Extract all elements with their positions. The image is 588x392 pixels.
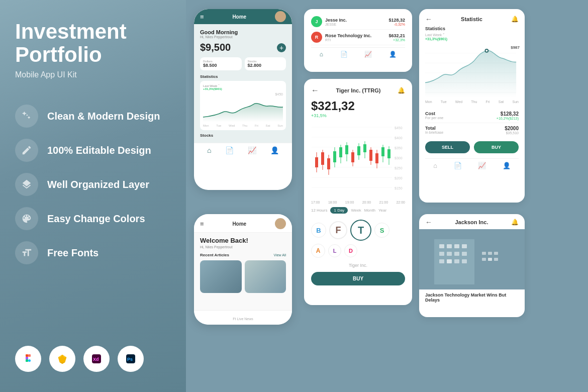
figma-icon [15, 346, 41, 372]
svg-point-4 [28, 359, 31, 362]
stat-chart-icon[interactable]: 📈 [478, 162, 486, 169]
svg-text:Ps: Ps [127, 357, 133, 362]
tiger-buy-btn[interactable]: BUY [311, 272, 405, 285]
svg-rect-29 [315, 157, 318, 167]
cost-sublabel: For per one [425, 116, 443, 120]
svg-rect-77 [482, 252, 486, 255]
phone2-user: Hi, Niles Peppertrout [200, 245, 286, 249]
ticker-b[interactable]: B [311, 223, 326, 238]
total-row: Total In briefcase $2000 $35,510 [425, 123, 519, 137]
stock-list-card: J Jesse Inc. JESSE $128,32 -0,32% R Rose… [304, 9, 412, 72]
stat-bell-icon[interactable]: 🔔 [511, 16, 519, 23]
stock-row-jesse[interactable]: J Jesse Inc. JESSE $128,32 -0,32% [311, 14, 405, 30]
stat-card-title: Statistic [461, 16, 482, 22]
feature-clean-label: Clean & Modern Design [47, 111, 160, 122]
ticker-a[interactable]: A [311, 244, 325, 258]
ticker-t[interactable]: T [350, 220, 371, 241]
svg-rect-68 [439, 252, 444, 256]
time-labels: 17:0018:0019:0020:0021:0022:00 [311, 201, 405, 204]
phone1-stocks-card: Stocks $2.800 [245, 57, 286, 70]
phone2-avatar [275, 218, 286, 229]
svg-rect-41 [351, 152, 354, 162]
svg-rect-45 [363, 144, 366, 152]
svg-rect-51 [381, 147, 384, 156]
stat-back-btn[interactable]: ← [425, 15, 432, 23]
jackson-bell-icon[interactable]: 🔔 [511, 219, 519, 226]
svg-rect-43 [357, 146, 360, 155]
app-subtitle: Mobile App UI Kit [15, 70, 171, 79]
stat-doc-icon[interactable]: 📄 [454, 162, 462, 169]
tiger-change: +31,5% [311, 113, 405, 118]
phone1-avatar [275, 11, 286, 22]
svg-text:$350: $350 [395, 146, 403, 150]
jesse-ticker: JESSE [325, 23, 347, 26]
svg-text:Xd: Xd [93, 357, 99, 362]
svg-rect-70 [454, 252, 459, 256]
article-img-2 [245, 260, 286, 293]
svg-rect-67 [462, 244, 467, 248]
filter-week[interactable]: Week [351, 208, 361, 213]
stat-card-nav: ⌂ 📄 📈 👤 [425, 158, 519, 169]
phone1-mockup: ≡ Home Good Morning Hi, Niles Peppertrou… [194, 9, 292, 190]
svg-text:$250: $250 [395, 166, 403, 170]
jesse-logo: J [311, 16, 322, 27]
feature-editable: 100% Editable Design [15, 139, 171, 162]
candlestick-chart: $450 $400 $350 $300 $250 $200 $150 [311, 122, 405, 198]
stat-user-icon[interactable]: 👤 [503, 162, 511, 169]
tiger-bell-icon[interactable]: 🔔 [398, 87, 405, 94]
ticker-d[interactable]: D [344, 244, 357, 257]
home-nav-icon[interactable]: ⌂ [207, 146, 211, 154]
ticker-l[interactable]: L [328, 244, 341, 257]
filter-1day[interactable]: 1 Day [330, 207, 348, 214]
ticker-s[interactable]: S [374, 223, 389, 238]
jackson-building-image [419, 229, 525, 289]
svg-rect-72 [439, 259, 444, 263]
svg-marker-7 [60, 362, 65, 364]
rose-change: +32,3% [388, 38, 405, 42]
stock-row-rose[interactable]: R Rose Technology Inc. RTI $632,21 +32,3… [311, 30, 405, 45]
phone1-title: Home [232, 14, 246, 20]
phone1-chart [203, 97, 283, 122]
left-panel: Investment Portfolio Mobile App UI Kit C… [0, 0, 186, 392]
doc-icon-small[interactable]: 📄 [340, 51, 348, 58]
stat-home-icon[interactable]: ⌂ [433, 162, 437, 169]
filter-year[interactable]: Year [378, 208, 386, 213]
phone1-menu-icon[interactable]: ≡ [200, 13, 204, 21]
jackson-header: ← Jackson Inc. 🔔 [419, 214, 525, 229]
svg-rect-79 [494, 252, 498, 255]
feature-editable-label: 100% Editable Design [47, 145, 151, 156]
user-icon-small[interactable]: 👤 [389, 51, 397, 58]
chart-icon-small[interactable]: 📈 [364, 51, 372, 58]
chart-nav-icon[interactable]: 📈 [248, 146, 256, 154]
total-sublabel: In briefcase [425, 131, 443, 134]
font-icon [15, 241, 38, 264]
docs-nav-icon[interactable]: 📄 [225, 146, 234, 154]
tiger-back-btn[interactable]: ← [311, 86, 319, 95]
svg-rect-65 [447, 244, 452, 248]
right-content: ≡ Home Good Morning Hi, Niles Peppertrou… [186, 0, 588, 392]
home-icon-small[interactable]: ⌂ [320, 51, 323, 58]
phone2-welcome: Welcome Back! [200, 237, 286, 244]
ticker-f[interactable]: F [329, 221, 347, 239]
jackson-back-btn[interactable]: ← [425, 218, 432, 226]
svg-rect-3 [26, 359, 28, 362]
view-all-btn[interactable]: View All [274, 253, 286, 257]
svg-rect-39 [345, 145, 348, 154]
svg-rect-0 [26, 354, 28, 357]
filter-month[interactable]: Month [364, 208, 375, 213]
tiger-price: $321,32 [311, 99, 405, 113]
svg-rect-1 [28, 354, 31, 357]
phone1-stocks-value: $2.800 [248, 63, 283, 68]
sell-btn[interactable]: SELL [425, 141, 470, 153]
user-nav-icon[interactable]: 👤 [270, 146, 279, 154]
svg-rect-64 [439, 244, 444, 248]
layers-icon [15, 173, 38, 196]
phone1-greeting: Good Morning [200, 29, 286, 35]
phone1-add-btn[interactable]: + [277, 43, 286, 52]
buy-btn[interactable]: BUY [474, 141, 519, 153]
phone2-menu-icon[interactable]: ≡ [200, 220, 204, 228]
svg-rect-73 [447, 259, 452, 263]
filter-12h[interactable]: 12 Hours [311, 208, 327, 213]
feature-colors: Easy Change Colors [15, 207, 171, 230]
phone1-dollars-value: $8.500 [203, 63, 239, 68]
